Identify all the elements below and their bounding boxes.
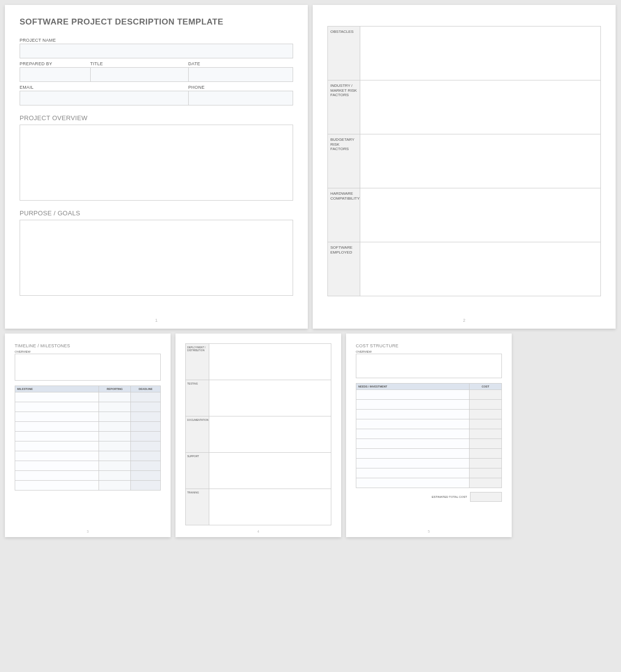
cost-cell[interactable] xyxy=(470,410,501,419)
milestone-cell[interactable] xyxy=(15,402,99,412)
cost-overview-input[interactable] xyxy=(356,354,502,378)
phone-label: PHONE xyxy=(188,85,293,90)
milestone-cell[interactable] xyxy=(15,481,99,490)
cost-cell[interactable] xyxy=(470,439,501,448)
cost-row xyxy=(356,468,501,478)
deadline-cell[interactable] xyxy=(131,412,160,421)
milestone-header-milestone: MILESTONE xyxy=(15,386,99,392)
dep-row-deployment: DEPLOYMENT / DISTRIBUTION xyxy=(186,343,331,380)
cost-row xyxy=(356,449,501,459)
cost-cell[interactable] xyxy=(470,468,501,478)
reporting-cell[interactable] xyxy=(99,461,131,470)
deployment-input[interactable] xyxy=(209,344,331,380)
deadline-cell[interactable] xyxy=(131,422,160,431)
deployment-label: DEPLOYMENT / DISTRIBUTION xyxy=(186,344,209,380)
milestone-cell[interactable] xyxy=(15,441,99,451)
needs-cell[interactable] xyxy=(356,390,470,399)
reporting-cell[interactable] xyxy=(99,481,131,490)
page-1: SOFTWARE PROJECT DESCRIPTION TEMPLATE PR… xyxy=(5,5,308,329)
cost-cell[interactable] xyxy=(470,449,501,458)
timeline-overview-label: OVERVIEW xyxy=(15,350,161,353)
milestone-cell[interactable] xyxy=(15,432,99,441)
obstacles-input[interactable] xyxy=(360,26,600,80)
cost-cell[interactable] xyxy=(470,429,501,439)
hardware-label: HARDWARE COMPATIBILITY xyxy=(328,188,360,242)
purpose-goals-input[interactable] xyxy=(20,220,293,296)
risk-row-budget: BUDGETARY RISK FACTORS xyxy=(328,134,600,188)
needs-cell[interactable] xyxy=(356,410,470,419)
reporting-cell[interactable] xyxy=(99,432,131,441)
milestone-cell[interactable] xyxy=(15,471,99,480)
deadline-cell[interactable] xyxy=(131,441,160,451)
support-input[interactable] xyxy=(209,453,331,489)
timeline-overview-input[interactable] xyxy=(15,354,161,381)
date-label: DATE xyxy=(188,61,293,66)
milestone-row xyxy=(15,422,160,432)
milestone-cell[interactable] xyxy=(15,461,99,470)
milestone-cell[interactable] xyxy=(15,392,99,402)
needs-cell[interactable] xyxy=(356,449,470,458)
milestone-row xyxy=(15,471,160,481)
reporting-cell[interactable] xyxy=(99,412,131,421)
cost-cell[interactable] xyxy=(470,459,501,468)
reporting-cell[interactable] xyxy=(99,451,131,461)
deadline-cell[interactable] xyxy=(131,432,160,441)
needs-cell[interactable] xyxy=(356,468,470,478)
risk-row-industry: INDUSTRY / MARKET RISK FACTORS xyxy=(328,80,600,134)
milestone-row xyxy=(15,441,160,451)
deadline-cell[interactable] xyxy=(131,451,160,461)
milestone-cell[interactable] xyxy=(15,451,99,461)
cost-cell[interactable] xyxy=(470,419,501,429)
deadline-cell[interactable] xyxy=(131,481,160,490)
needs-cell[interactable] xyxy=(356,439,470,448)
reporting-cell[interactable] xyxy=(99,441,131,451)
cost-row xyxy=(356,459,501,468)
cost-row xyxy=(356,439,501,449)
project-name-label: PROJECT NAME xyxy=(20,38,293,43)
date-input[interactable] xyxy=(188,67,293,82)
cost-row xyxy=(356,478,501,488)
prepared-by-input[interactable] xyxy=(20,67,90,82)
cost-header-cost: COST xyxy=(470,384,501,389)
cost-cell[interactable] xyxy=(470,478,501,488)
deadline-cell[interactable] xyxy=(131,392,160,402)
project-overview-title: PROJECT OVERVIEW xyxy=(20,114,293,122)
milestone-cell[interactable] xyxy=(15,422,99,431)
phone-input[interactable] xyxy=(188,91,293,105)
document-title: SOFTWARE PROJECT DESCRIPTION TEMPLATE xyxy=(20,17,293,27)
email-input[interactable] xyxy=(20,91,188,105)
needs-cell[interactable] xyxy=(356,429,470,439)
training-input[interactable] xyxy=(209,489,331,525)
risk-row-obstacles: OBSTACLES xyxy=(328,26,600,80)
hardware-input[interactable] xyxy=(360,188,600,242)
deployment-table: DEPLOYMENT / DISTRIBUTION TESTING DOCUME… xyxy=(185,343,331,525)
reporting-cell[interactable] xyxy=(99,422,131,431)
deadline-cell[interactable] xyxy=(131,402,160,412)
cost-cell[interactable] xyxy=(470,390,501,399)
cost-cell[interactable] xyxy=(470,400,501,409)
reporting-cell[interactable] xyxy=(99,471,131,480)
project-name-input[interactable] xyxy=(20,44,293,58)
title-input[interactable] xyxy=(90,67,188,82)
testing-input[interactable] xyxy=(209,380,331,416)
deadline-cell[interactable] xyxy=(131,471,160,480)
email-label: EMAIL xyxy=(20,85,188,90)
needs-cell[interactable] xyxy=(356,419,470,429)
total-cost-input[interactable] xyxy=(470,492,502,502)
needs-cell[interactable] xyxy=(356,478,470,488)
industry-input[interactable] xyxy=(360,80,600,134)
risk-table: OBSTACLES INDUSTRY / MARKET RISK FACTORS… xyxy=(327,26,601,296)
page-number-3: 3 xyxy=(87,530,89,533)
cost-row xyxy=(356,390,501,400)
software-input[interactable] xyxy=(360,242,600,296)
reporting-cell[interactable] xyxy=(99,392,131,402)
milestone-cell[interactable] xyxy=(15,412,99,421)
reporting-cell[interactable] xyxy=(99,402,131,412)
project-overview-input[interactable] xyxy=(20,125,293,201)
needs-cell[interactable] xyxy=(356,459,470,468)
needs-cell[interactable] xyxy=(356,400,470,409)
page-number-2: 2 xyxy=(463,318,465,323)
deadline-cell[interactable] xyxy=(131,461,160,470)
documentation-input[interactable] xyxy=(209,416,331,452)
budget-input[interactable] xyxy=(360,134,600,188)
